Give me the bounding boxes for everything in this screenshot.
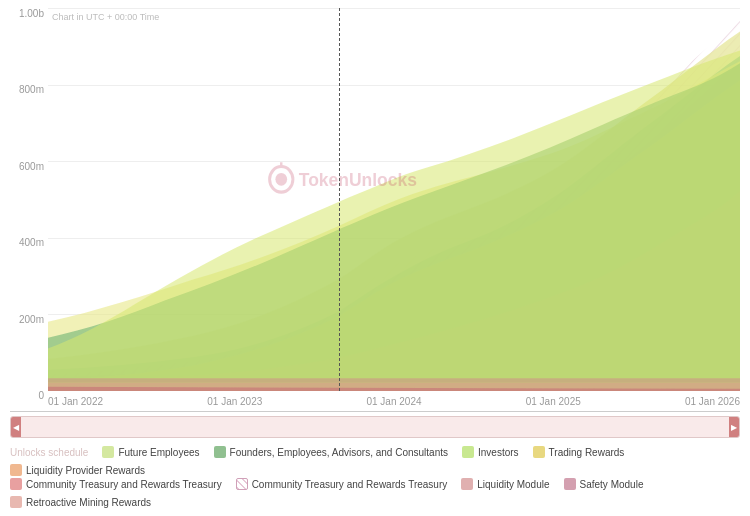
chart-scrollbar[interactable]: ◀ ▶ — [10, 416, 740, 438]
y-label-400m: 400m — [19, 237, 44, 248]
legend-row-1: Unlocks schedule Future Employees Founde… — [10, 446, 740, 476]
svg-text:TokenUnlocks: TokenUnlocks — [299, 168, 417, 190]
legend-label-founders: Founders, Employees, Advisors, and Consu… — [230, 447, 448, 458]
legend-trading-rewards: Trading Rewards — [533, 446, 625, 458]
legend-swatch-future-employees — [102, 446, 114, 458]
legend-label-safety-module: Safety Module — [580, 479, 644, 490]
legend-future-employees: Future Employees — [102, 446, 199, 458]
y-label-0: 0 — [38, 390, 44, 401]
chart-container: 1.00b 800m 600m 400m 200m 0 Chart in UTC… — [0, 0, 750, 516]
scrollbar-track[interactable] — [21, 417, 729, 437]
legend-swatch-retroactive-mining — [10, 496, 22, 508]
y-axis: 1.00b 800m 600m 400m 200m 0 — [10, 8, 48, 411]
legend-swatch-safety-module — [564, 478, 576, 490]
legend-label-future-employees: Future Employees — [118, 447, 199, 458]
today-line: Today — [339, 8, 340, 391]
legend-label-community-treasury-solid: Community Treasury and Rewards Treasury — [26, 479, 222, 490]
y-label-600m: 600m — [19, 161, 44, 172]
svg-rect-1 — [48, 378, 740, 382]
legend-community-treasury-hatched: Community Treasury and Rewards Treasury — [236, 478, 448, 490]
chart-svg-area: Chart in UTC + 00:00 Time — [48, 8, 740, 391]
x-label-2026: 01 Jan 2026 — [685, 396, 740, 407]
legend-investors: Investors — [462, 446, 519, 458]
legend-label-liquidity-module: Liquidity Module — [477, 479, 549, 490]
y-label-1b: 1.00b — [19, 8, 44, 19]
legend-swatch-investors — [462, 446, 474, 458]
legend-label-community-treasury-hatched: Community Treasury and Rewards Treasury — [252, 479, 448, 490]
x-label-2025: 01 Jan 2025 — [526, 396, 581, 407]
legend-swatch-liquidity-provider — [10, 464, 22, 476]
legend-swatch-liquidity-module — [461, 478, 473, 490]
chart-area: 1.00b 800m 600m 400m 200m 0 Chart in UTC… — [10, 8, 740, 412]
y-label-800m: 800m — [19, 84, 44, 95]
legend-community-treasury-solid: Community Treasury and Rewards Treasury — [10, 478, 222, 490]
legend-header: Unlocks schedule — [10, 447, 88, 458]
legend-founders: Founders, Employees, Advisors, and Consu… — [214, 446, 448, 458]
area-chart-svg: TokenUnlocks — [48, 8, 740, 391]
scrollbar-right-handle[interactable]: ▶ — [729, 417, 739, 437]
svg-point-4 — [275, 173, 287, 186]
legend-retroactive-mining: Retroactive Mining Rewards — [10, 496, 151, 508]
x-label-2024: 01 Jan 2024 — [366, 396, 421, 407]
x-axis: 01 Jan 2022 01 Jan 2023 01 Jan 2024 01 J… — [48, 391, 740, 411]
legend-row-2: Community Treasury and Rewards Treasury … — [10, 478, 740, 508]
legend-liquidity-provider: Liquidity Provider Rewards — [10, 464, 145, 476]
legend-label-liquidity-provider: Liquidity Provider Rewards — [26, 465, 145, 476]
legend-safety-module: Safety Module — [564, 478, 644, 490]
legend-swatch-community-treasury-hatched — [236, 478, 248, 490]
legend-swatch-founders — [214, 446, 226, 458]
legend-swatch-community-treasury-solid — [10, 478, 22, 490]
legend-liquidity-module: Liquidity Module — [461, 478, 549, 490]
legend-area: Unlocks schedule Future Employees Founde… — [10, 442, 740, 512]
legend-swatch-trading-rewards — [533, 446, 545, 458]
x-label-2023: 01 Jan 2023 — [207, 396, 262, 407]
legend-label-investors: Investors — [478, 447, 519, 458]
legend-label-retroactive-mining: Retroactive Mining Rewards — [26, 497, 151, 508]
scrollbar-left-handle[interactable]: ◀ — [11, 417, 21, 437]
x-label-2022: 01 Jan 2022 — [48, 396, 103, 407]
legend-label-trading-rewards: Trading Rewards — [549, 447, 625, 458]
y-label-200m: 200m — [19, 314, 44, 325]
